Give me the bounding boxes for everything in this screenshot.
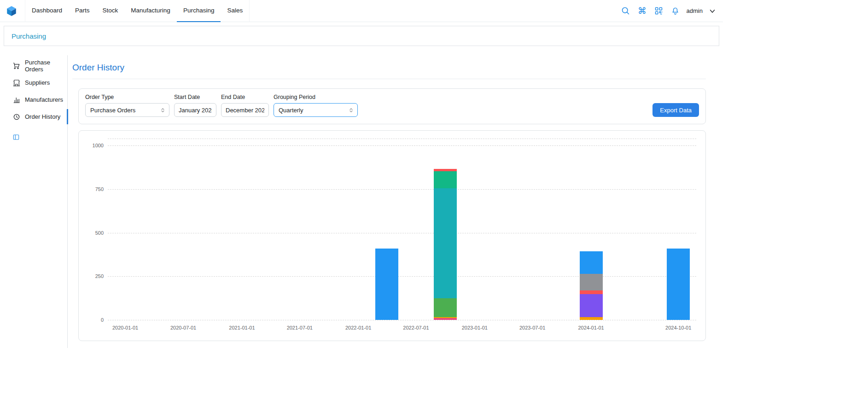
- top-navbar: Dashboard Parts Stock Manufacturing Purc…: [0, 0, 723, 22]
- chart-bar[interactable]: [434, 169, 457, 320]
- x-axis-tick-label: 2024-01-01: [578, 325, 604, 330]
- search-icon[interactable]: [620, 6, 631, 17]
- bar-segment[interactable]: [434, 188, 457, 298]
- order-type-value: Purchase Orders: [90, 107, 135, 114]
- y-axis-tick-label: 250: [95, 273, 104, 279]
- order-type-select[interactable]: Purchase Orders: [85, 103, 169, 117]
- app-logo-icon[interactable]: [6, 5, 18, 17]
- x-axis-tick-label: 2023-01-01: [462, 325, 488, 330]
- sidebar-collapse-icon[interactable]: [12, 133, 20, 141]
- x-axis-tick-label: 2024-10-01: [665, 325, 691, 330]
- export-data-button[interactable]: Export Data: [652, 103, 699, 117]
- sidebar-item-label: Purchase Orders: [25, 59, 67, 73]
- sidebar-item-order-history[interactable]: Order History: [0, 108, 67, 125]
- order-type-label: Order Type: [85, 94, 169, 100]
- bar-segment[interactable]: [375, 249, 398, 320]
- filter-panel: Order Type Purchase Orders Start Date: [78, 88, 706, 124]
- breadcrumb: Purchasing: [4, 26, 719, 46]
- y-axis-tick-label: 1000: [93, 143, 104, 148]
- tab-parts[interactable]: Parts: [69, 0, 96, 22]
- grouping-period-label: Grouping Period: [274, 94, 358, 100]
- bar-segment[interactable]: [667, 249, 690, 320]
- chart-bar[interactable]: [580, 251, 603, 320]
- start-date-label: Start Date: [174, 94, 216, 100]
- page-title: Order History: [72, 63, 706, 73]
- grouping-period-value: Quarterly: [279, 107, 303, 114]
- command-palette-icon[interactable]: ⌘: [637, 6, 648, 17]
- y-axis-tick-label: 750: [95, 186, 104, 192]
- chart-gridline: [108, 189, 696, 190]
- bar-segment[interactable]: [580, 251, 603, 274]
- x-axis-tick-label: 2021-01-01: [229, 325, 255, 330]
- grouping-period-field: Grouping Period Quarterly: [274, 94, 358, 117]
- chart-gridline: [108, 233, 696, 233]
- y-axis-tick-label: 500: [95, 230, 104, 236]
- bar-segment[interactable]: [434, 318, 457, 320]
- y-axis-tick-label: 0: [101, 317, 104, 323]
- sidebar-item-label: Suppliers: [25, 79, 50, 86]
- bar-segment[interactable]: [434, 317, 457, 318]
- bar-segment[interactable]: [434, 298, 457, 317]
- grouping-period-select[interactable]: Quarterly: [274, 103, 358, 117]
- sidebar-item-label: Manufacturers: [25, 96, 63, 103]
- chart-plot: 025050075010002020-01-012020-07-012021-0…: [108, 139, 696, 320]
- building-store-icon: [12, 79, 21, 87]
- main-content: Order History Order Type Purchase Orders…: [68, 55, 723, 348]
- bar-segment[interactable]: [580, 274, 603, 290]
- bar-segment[interactable]: [580, 294, 603, 317]
- x-axis-tick-label: 2022-07-01: [403, 325, 429, 330]
- sidebar-item-suppliers[interactable]: Suppliers: [0, 74, 67, 91]
- sidebar-item-manufacturers[interactable]: Manufacturers: [0, 91, 67, 108]
- order-type-field: Order Type Purchase Orders: [85, 94, 169, 117]
- purchasing-sidebar: Purchase Orders Suppliers Manufacturers: [0, 55, 68, 348]
- tab-stock[interactable]: Stock: [96, 0, 125, 22]
- tab-dashboard[interactable]: Dashboard: [25, 0, 69, 22]
- chevron-up-down-icon: [348, 107, 355, 114]
- end-date-field: End Date: [221, 94, 269, 117]
- tab-manufacturing[interactable]: Manufacturing: [124, 0, 177, 22]
- notifications-bell-icon[interactable]: [670, 6, 681, 17]
- chart-gridline: [108, 145, 696, 146]
- username-label: admin: [687, 7, 703, 14]
- x-axis-tick-label: 2021-07-01: [287, 325, 313, 330]
- chart-bar[interactable]: [667, 249, 690, 320]
- bar-segment[interactable]: [434, 171, 457, 188]
- bar-segment[interactable]: [580, 317, 603, 320]
- chart-gridline: [108, 139, 696, 139]
- chart-bar[interactable]: [375, 249, 398, 320]
- user-menu-chevron-down-icon[interactable]: [708, 7, 717, 15]
- app-window: Dashboard Parts Stock Manufacturing Purc…: [0, 0, 723, 348]
- x-axis-tick-label: 2022-01-01: [345, 325, 371, 330]
- chart-gridline: [108, 320, 696, 320]
- x-axis-tick-label: 2020-01-01: [112, 325, 138, 330]
- shopping-cart-icon: [12, 62, 21, 70]
- history-clock-icon: [12, 113, 21, 121]
- x-axis-tick-label: 2020-07-01: [170, 325, 196, 330]
- main-nav-tabs: Dashboard Parts Stock Manufacturing Purc…: [25, 0, 250, 22]
- chart-bars-icon: [12, 96, 21, 104]
- sidebar-item-label: Order History: [25, 113, 60, 120]
- bar-segment[interactable]: [580, 290, 603, 294]
- x-axis-tick-label: 2023-07-01: [519, 325, 545, 330]
- sidebar-item-purchase-orders[interactable]: Purchase Orders: [0, 57, 67, 74]
- qr-scan-icon[interactable]: [653, 6, 664, 17]
- bar-segment[interactable]: [434, 169, 457, 171]
- chevron-up-down-icon: [159, 107, 166, 114]
- tab-purchasing[interactable]: Purchasing: [177, 0, 221, 22]
- end-date-label: End Date: [221, 94, 269, 100]
- start-date-field: Start Date: [174, 94, 216, 117]
- title-divider: [72, 79, 706, 79]
- order-history-chart-panel: 025050075010002020-01-012020-07-012021-0…: [78, 130, 706, 341]
- end-date-input[interactable]: [221, 103, 269, 117]
- navbar-actions: ⌘ admin: [620, 6, 718, 17]
- start-date-input[interactable]: [174, 103, 216, 117]
- breadcrumb-purchasing[interactable]: Purchasing: [12, 32, 46, 40]
- chart-gridline: [108, 276, 696, 277]
- tab-sales[interactable]: Sales: [221, 0, 249, 22]
